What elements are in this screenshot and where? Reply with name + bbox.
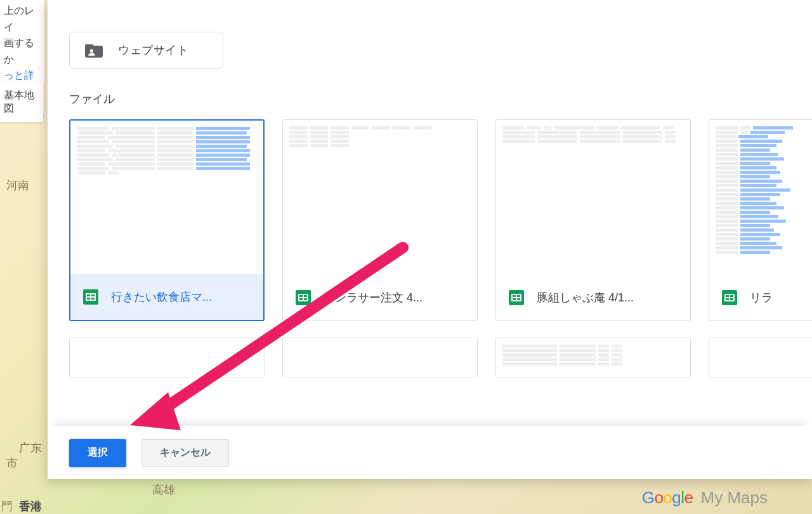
file-name: 行きたい飲食店マ...	[111, 289, 212, 305]
basemap-fragment[interactable]: 基本地図	[0, 82, 43, 122]
file-row-1: 行きたい飲食店マ...	[69, 119, 812, 321]
google-sheets-icon	[83, 289, 98, 305]
file-preview	[709, 120, 812, 275]
google-sheets-icon	[722, 290, 737, 305]
file-card-1[interactable]: 行きたい飲食店マ...	[69, 119, 265, 321]
file-card-2[interactable]: サンラサー注文 4...	[282, 119, 478, 321]
google-my-maps-watermark: Google My Maps	[642, 488, 768, 508]
file-picker-body: ウェブサイト ファイル	[48, 0, 812, 426]
map-label-henan: 河南	[6, 178, 29, 193]
file-footer: リラ	[709, 275, 812, 320]
file-preview	[70, 121, 263, 274]
map-label-shi: 市	[6, 456, 18, 471]
select-button[interactable]: 選択	[69, 439, 126, 467]
file-card-peek[interactable]	[69, 338, 265, 378]
file-preview	[283, 120, 477, 275]
file-preview	[496, 120, 690, 275]
files-section-title: ファイル	[69, 91, 812, 107]
file-row-2	[69, 338, 812, 378]
file-preview	[283, 338, 477, 378]
folder-label: ウェブサイト	[118, 43, 188, 58]
file-card-3[interactable]: 豚組しゃぶ庵 4/1...	[495, 119, 691, 321]
svg-point-0	[90, 49, 93, 53]
cancel-button[interactable]: キャンセル	[141, 439, 229, 467]
shared-folder-icon	[85, 43, 103, 58]
folder-chip-websites[interactable]: ウェブサイト	[69, 32, 223, 69]
file-card-peek[interactable]	[709, 338, 812, 378]
file-name: サンラサー注文 4...	[324, 290, 422, 305]
file-preview	[709, 338, 812, 378]
file-preview	[496, 338, 690, 378]
sidebar-text-2: 画するか	[4, 35, 41, 67]
google-sheets-icon	[296, 290, 311, 305]
file-name: 豚組しゃぶ庵 4/1...	[537, 290, 634, 305]
button-bar: 選択 キャンセル	[48, 426, 812, 479]
file-name: リラ	[750, 290, 773, 305]
sidebar-text-1: 上のレイ	[4, 3, 41, 35]
file-card-peek[interactable]	[495, 338, 691, 378]
map-label-gaoxiong: 高雄	[152, 482, 175, 498]
file-card-4[interactable]: リラ	[709, 119, 812, 321]
file-footer: 行きたい飲食店マ...	[70, 274, 263, 320]
watermark-mymaps: My Maps	[701, 488, 768, 508]
map-label-hongkong: 香港	[19, 499, 42, 514]
map-label-guangdong: 广东	[19, 440, 42, 456]
file-preview	[70, 338, 264, 378]
file-footer: サンラサー注文 4...	[283, 275, 477, 320]
file-footer: 豚組しゃぶ庵 4/1...	[496, 275, 690, 320]
file-card-peek[interactable]	[282, 338, 478, 378]
file-picker-dialog: ウェブサイト ファイル	[48, 0, 812, 479]
map-label-men: 門	[1, 499, 13, 514]
google-sheets-icon	[509, 290, 524, 305]
